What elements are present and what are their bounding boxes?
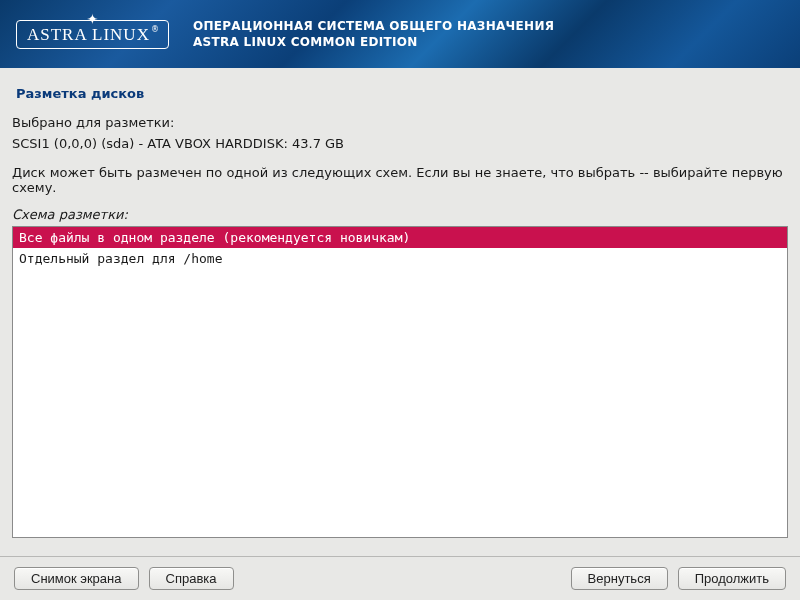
header-title-primary: ОПЕРАЦИОННАЯ СИСТЕМА ОБЩЕГО НАЗНАЧЕНИЯ — [193, 19, 554, 33]
header-title-secondary: ASTRA LINUX COMMON EDITION — [193, 35, 554, 49]
hint-text: Диск может быть размечен по одной из сле… — [12, 165, 788, 195]
logo: ✦ ASTRA LINUX® — [16, 20, 169, 49]
selected-label: Выбрано для разметки: — [12, 115, 788, 130]
screenshot-button[interactable]: Снимок экрана — [14, 567, 139, 590]
scheme-label: Схема разметки: — [12, 207, 788, 222]
header-banner: ✦ ASTRA LINUX® ОПЕРАЦИОННАЯ СИСТЕМА ОБЩЕ… — [0, 0, 800, 68]
registered-icon: ® — [151, 25, 159, 34]
header-titles: ОПЕРАЦИОННАЯ СИСТЕМА ОБЩЕГО НАЗНАЧЕНИЯ A… — [193, 19, 554, 49]
footer-bar: Снимок экрана Справка Вернуться Продолжи… — [0, 556, 800, 600]
selected-disk: SCSI1 (0,0,0) (sda) - ATA VBOX HARDDISK:… — [12, 136, 788, 151]
back-button[interactable]: Вернуться — [571, 567, 668, 590]
partition-scheme-list[interactable]: Все файлы в одном разделе (рекомендуется… — [12, 226, 788, 538]
logo-text: ASTRA LINUX — [27, 25, 150, 44]
option-all-in-one[interactable]: Все файлы в одном разделе (рекомендуется… — [13, 227, 787, 248]
help-button[interactable]: Справка — [149, 567, 234, 590]
main-content: Разметка дисков Выбрано для разметки: SC… — [0, 68, 800, 556]
option-separate-home[interactable]: Отдельный раздел для /home — [13, 248, 787, 269]
star-icon: ✦ — [87, 12, 99, 26]
continue-button[interactable]: Продолжить — [678, 567, 786, 590]
page-title: Разметка дисков — [16, 86, 788, 101]
